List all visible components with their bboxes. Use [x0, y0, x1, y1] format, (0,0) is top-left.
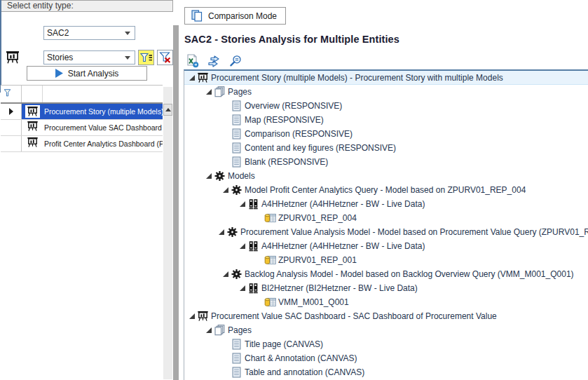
tree-indent	[184, 372, 221, 373]
chevron-down-icon[interactable]	[125, 32, 130, 35]
tree-item-label: Procurement Value Analysis Model - Model…	[240, 227, 588, 237]
expander-icon[interactable]	[187, 75, 197, 81]
query-table-cylinder-icon	[264, 255, 276, 266]
tree-item[interactable]: Procurement Story (multiple Models) - Pr…	[184, 71, 588, 85]
tree-item-label: A4HHetzner (A4HHetzner - BW - Live Data)	[261, 241, 425, 251]
server-towers-icon	[247, 198, 259, 210]
entity-type-value: SAC2	[47, 28, 125, 38]
tree-indent	[184, 106, 221, 107]
tree-item-label: Map (RESPONSIVE)	[245, 115, 324, 125]
tree-indent	[184, 260, 254, 261]
zoom-button[interactable]	[228, 53, 243, 69]
list-item[interactable]: Profit Center Analytics Dashboard (Pr	[1, 136, 163, 152]
row-indicator-icon	[9, 108, 13, 115]
tree-item[interactable]: Overview (RESPONSIVE)	[184, 99, 588, 113]
start-analysis-button[interactable]: Start Analysis	[27, 66, 147, 81]
tree-item[interactable]: Chart & Annotation (CANVAS)	[184, 351, 588, 365]
excel-export-icon	[185, 54, 199, 68]
tree-indent	[184, 92, 204, 93]
comparison-mode-label: Comparison Mode	[208, 11, 277, 21]
tree-item[interactable]: Models	[184, 169, 588, 183]
tree-item-label: Pages	[228, 325, 252, 335]
tree-item[interactable]: Procurement Value Analysis Model - Model…	[184, 225, 588, 239]
entity-select[interactable]: Stories	[43, 50, 135, 65]
tree-indent	[184, 176, 204, 177]
entity-panel: Select entity type: SAC2 Stories	[0, 0, 173, 380]
tree-item[interactable]: Map (RESPONSIVE)	[184, 113, 588, 127]
tree-item-label: A4HHetzner (A4HHetzner - BW - Live Data)	[261, 199, 425, 209]
tree-item-label: BI2Hetzner (BI2Hetzner - BW - Live Data)	[261, 283, 418, 293]
tree-item[interactable]: BI2Hetzner (BI2Hetzner - BW - Live Data)	[184, 281, 588, 295]
row-indicator-cell	[1, 104, 22, 119]
tree-item-label: Title page (CANVAS)	[245, 339, 323, 349]
filter-funnel-icon	[4, 89, 11, 97]
document-page-icon	[231, 339, 242, 350]
query-table-cylinder-icon	[264, 212, 276, 224]
filter-button[interactable]	[138, 50, 154, 65]
comparison-mode-button[interactable]: Comparison Mode	[184, 7, 286, 25]
document-page-icon	[231, 128, 242, 140]
list-item[interactable]: Procurement Value SAC Dashboard	[1, 120, 163, 136]
scroll-up-button[interactable]	[163, 104, 172, 116]
tree-item-label: ZPURV01_REP_001	[278, 255, 357, 265]
tree-item[interactable]: ZPURV01_REP_004	[184, 211, 588, 225]
entity-type-select[interactable]: SAC2	[43, 26, 135, 40]
presentation-board-icon	[27, 137, 39, 151]
expander-icon[interactable]	[238, 243, 247, 250]
clear-filter-button[interactable]	[157, 50, 173, 65]
export-send-button[interactable]	[206, 53, 221, 69]
tree-item[interactable]: Pages	[184, 323, 588, 337]
tree-item-label: Comparison (RESPONSIVE)	[245, 129, 353, 139]
expander-icon[interactable]	[204, 89, 214, 95]
expander-icon[interactable]	[221, 271, 231, 278]
tree-item[interactable]: Blank (RESPONSIVE)	[184, 155, 588, 169]
tree-item[interactable]: Backlog Analysis Model - Model based on …	[184, 267, 588, 281]
expander-icon[interactable]	[238, 201, 247, 208]
expander-icon[interactable]	[217, 229, 226, 236]
document-page-icon	[231, 100, 242, 111]
expander-icon[interactable]	[204, 327, 214, 334]
tree-item-label: Blank (RESPONSIVE)	[245, 157, 328, 167]
copy-pages-icon	[191, 9, 203, 22]
expander-icon[interactable]	[187, 313, 197, 320]
tree-item[interactable]: Comparison (RESPONSIVE)	[184, 127, 588, 141]
tree-item[interactable]: Title page (CANVAS)	[184, 337, 588, 351]
start-analysis-label: Start Analysis	[68, 69, 119, 79]
tree-item[interactable]: Pages	[184, 85, 588, 99]
tree-item[interactable]: Procurement Value SAC Dashboard - SAC Da…	[184, 309, 588, 323]
tree-indent	[184, 246, 238, 247]
tree-item[interactable]: A4HHetzner (A4HHetzner - BW - Live Data)	[184, 197, 588, 211]
name-column-header[interactable]	[43, 86, 163, 102]
excel-export-button[interactable]	[184, 53, 200, 69]
icon-column-header[interactable]	[22, 86, 43, 102]
tree-indent	[184, 120, 221, 121]
tree-item-label: Table and annotation (CANVAS)	[245, 367, 364, 377]
tree-item[interactable]: VMM_M001_Q001	[184, 295, 588, 309]
tree-item-label: Pages	[228, 87, 252, 97]
analysis-panel: Comparison Mode SAC2 - Stories Analysis …	[179, 0, 588, 380]
tree-item[interactable]: Table and annotation (CANVAS)	[184, 365, 588, 379]
stacked-pages-icon	[214, 325, 226, 336]
tree-indent	[184, 134, 221, 135]
tree-toolbar	[184, 53, 243, 69]
page-title: SAC2 - Stories Analysis for Multiple Ent…	[184, 34, 399, 45]
tree-item-label: Content and key figures (RESPONSIVE)	[245, 143, 396, 153]
up-arrow-icon	[165, 108, 171, 111]
entity-list: Procurement Story (multiple Models) Proc…	[1, 85, 163, 379]
chevron-down-icon[interactable]	[125, 56, 130, 60]
list-item[interactable]: Procurement Story (multiple Models)	[1, 104, 163, 120]
tree-item[interactable]: Model Profit Center Analytics Query - Mo…	[184, 183, 588, 197]
server-towers-icon	[247, 283, 259, 294]
tree-item[interactable]: A4HHetzner (A4HHetzner - BW - Live Data)	[184, 239, 588, 253]
expander-icon[interactable]	[204, 173, 214, 179]
expander-icon[interactable]	[221, 187, 231, 194]
tree-item-label: Procurement Story (multiple Models) - Pr…	[211, 73, 503, 83]
list-scrollbar[interactable]	[163, 87, 172, 379]
tree-item[interactable]: Content and key figures (RESPONSIVE)	[184, 141, 588, 155]
expander-icon[interactable]	[238, 285, 247, 292]
tree-item-label: Backlog Analysis Model - Model based on …	[245, 269, 574, 279]
panel-splitter[interactable]	[173, 25, 179, 380]
tree-item[interactable]: ZPURV01_REP_001	[184, 253, 588, 267]
filter-row-gutter[interactable]	[1, 86, 22, 102]
double-arrow-export-icon	[207, 55, 221, 68]
